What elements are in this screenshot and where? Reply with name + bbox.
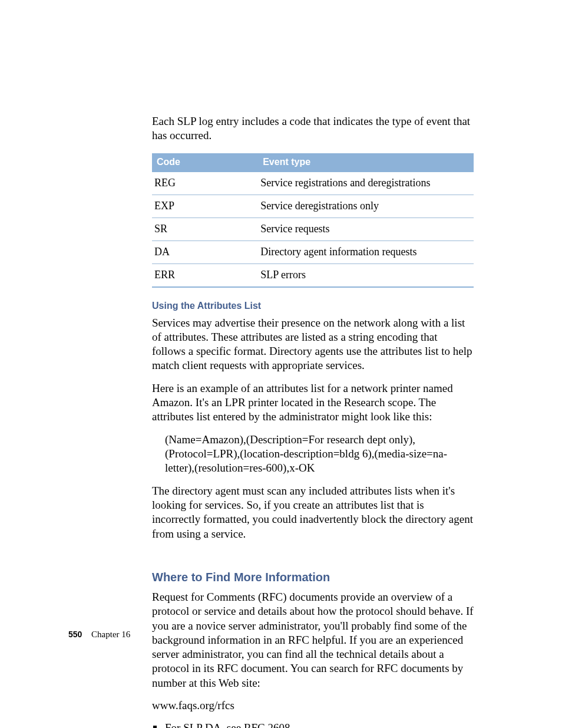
table-row: DA Directory agent information requests xyxy=(152,241,474,263)
cell-event: Directory agent information requests xyxy=(258,241,474,263)
cell-code: ERR xyxy=(152,263,258,287)
attributes-p3: The directory agent must scan any includ… xyxy=(152,484,474,541)
page-number: 550 xyxy=(68,630,82,639)
table-row: ERR SLP errors xyxy=(152,263,474,287)
th-code: Code xyxy=(152,153,258,172)
cell-code: REG xyxy=(152,172,258,195)
table-row: REG Service registrations and deregistra… xyxy=(152,172,474,195)
cell-code: SR xyxy=(152,218,258,241)
cell-event: Service deregistrations only xyxy=(258,195,474,218)
table-row: EXP Service deregistrations only xyxy=(152,195,474,218)
page-footer: 550 Chapter 16 xyxy=(68,630,130,640)
chapter-label: Chapter 16 xyxy=(91,630,130,639)
cell-event: SLP errors xyxy=(258,263,474,287)
th-event: Event type xyxy=(258,153,474,172)
cell-code: EXP xyxy=(152,195,258,218)
heading-attributes: Using the Attributes List xyxy=(152,301,474,311)
table-row: SR Service requests xyxy=(152,218,474,241)
attributes-example: (Name=Amazon),(Description=For research … xyxy=(152,433,474,476)
code-table: Code Event type REG Service registration… xyxy=(152,153,474,288)
cell-event: Service requests xyxy=(258,218,474,241)
cell-code: DA xyxy=(152,241,258,263)
moreinfo-p1: Request for Comments (RFC) documents pro… xyxy=(152,590,474,690)
moreinfo-url: www.faqs.org/rfcs xyxy=(152,699,474,713)
heading-moreinfo: Where to Find More Information xyxy=(152,571,474,584)
attributes-p2: Here is an example of an attributes list… xyxy=(152,381,474,424)
list-item: For SLP DA, see RFC 2608. xyxy=(152,721,474,728)
attributes-p1: Services may advertise their presence on… xyxy=(152,316,474,373)
cell-event: Service registrations and deregistration… xyxy=(258,172,474,195)
table-header-row: Code Event type xyxy=(152,153,474,172)
intro-text: Each SLP log entry includes a code that … xyxy=(152,114,474,143)
page: Each SLP log entry includes a code that … xyxy=(0,0,562,728)
bullet-list: For SLP DA, see RFC 2608. xyxy=(152,721,474,728)
